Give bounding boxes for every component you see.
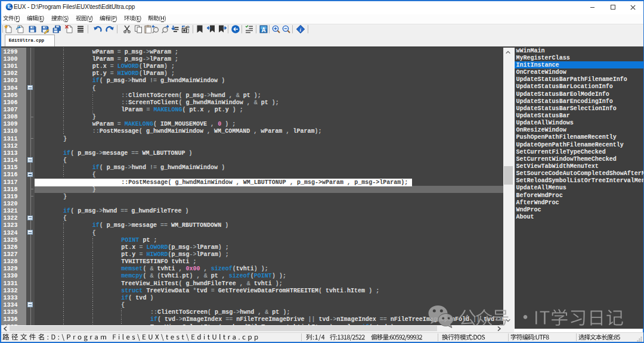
svg-text:ab: ab xyxy=(185,24,190,28)
svg-text:A: A xyxy=(261,26,265,33)
svg-text:u: u xyxy=(10,6,11,10)
